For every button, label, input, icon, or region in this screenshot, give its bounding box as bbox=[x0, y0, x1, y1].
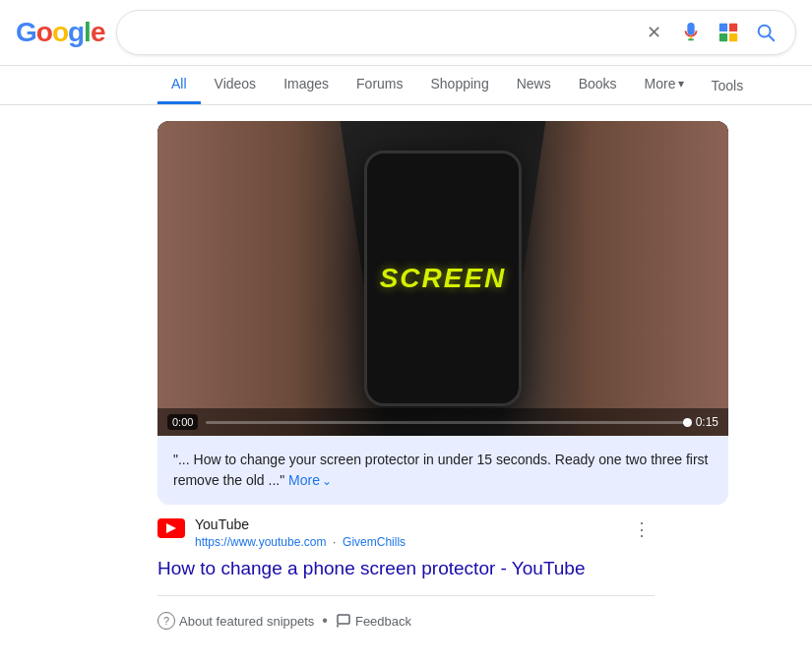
source-url-link[interactable]: https://www.youtube.com bbox=[195, 535, 326, 549]
yt-play-icon bbox=[166, 523, 176, 533]
about-snippets[interactable]: ? About featured snippets bbox=[157, 612, 314, 630]
time-end: 0:15 bbox=[696, 415, 718, 429]
transcript: "... How to change your screen protector… bbox=[157, 436, 728, 505]
more-label: More bbox=[645, 76, 676, 91]
svg-rect-4 bbox=[719, 33, 727, 41]
phone-device: SCREEN bbox=[364, 151, 522, 406]
tab-news[interactable]: News bbox=[503, 66, 565, 104]
source-name: YouTube bbox=[195, 516, 619, 532]
feedback-label: Feedback bbox=[355, 614, 411, 629]
more-link[interactable]: More ⌄ bbox=[288, 470, 332, 491]
nav-tabs: All Videos Images Forums Shopping News B… bbox=[0, 66, 812, 105]
time-start-badge: 0:00 bbox=[167, 414, 198, 430]
source-text: YouTube https://www.youtube.com · GivemC… bbox=[195, 516, 619, 550]
google-logo[interactable]: Google bbox=[16, 17, 104, 48]
video-card: SCREEN 0:00 0:15 "... How to change your… bbox=[157, 121, 728, 505]
tab-books[interactable]: Books bbox=[565, 66, 631, 104]
video-controls: 0:00 0:15 bbox=[157, 408, 728, 436]
tab-shopping[interactable]: Shopping bbox=[417, 66, 503, 104]
source-info: YouTube https://www.youtube.com · GivemC… bbox=[157, 505, 655, 554]
header: Google how to change screen protector on… bbox=[0, 0, 812, 66]
tab-forums[interactable]: Forums bbox=[343, 66, 416, 104]
search-input[interactable]: how to change screen protector on androi… bbox=[133, 24, 632, 41]
help-icon: ? bbox=[157, 612, 175, 630]
search-icons: ✕ bbox=[640, 19, 780, 46]
progress-bar[interactable] bbox=[206, 421, 687, 424]
search-icon bbox=[755, 22, 777, 43]
footer-bar: ? About featured snippets • Feedback bbox=[157, 600, 655, 641]
clear-icon: ✕ bbox=[647, 22, 661, 43]
tab-videos[interactable]: Videos bbox=[201, 66, 271, 104]
result-title-link[interactable]: How to change a phone screen protector -… bbox=[157, 554, 655, 591]
svg-line-7 bbox=[769, 35, 774, 40]
clear-button[interactable]: ✕ bbox=[640, 19, 667, 46]
svg-rect-3 bbox=[729, 24, 737, 31]
lens-button[interactable] bbox=[715, 19, 742, 46]
video-container[interactable]: SCREEN 0:00 0:15 bbox=[157, 121, 728, 436]
youtube-icon bbox=[157, 518, 185, 538]
separator: • bbox=[322, 612, 328, 630]
tab-all[interactable]: All bbox=[157, 66, 201, 104]
svg-rect-2 bbox=[719, 24, 727, 31]
chevron-down-icon: ⌄ bbox=[322, 472, 332, 490]
more-label: More bbox=[288, 470, 320, 491]
tab-images[interactable]: Images bbox=[270, 66, 343, 104]
lens-icon bbox=[718, 22, 739, 43]
section-divider bbox=[157, 595, 655, 596]
voice-search-button[interactable] bbox=[677, 19, 705, 46]
source-url: https://www.youtube.com · GivemChills bbox=[195, 535, 406, 549]
feedback-button[interactable]: Feedback bbox=[336, 613, 411, 629]
main-content: SCREEN 0:00 0:15 "... How to change your… bbox=[0, 105, 812, 657]
screen-label: SCREEN bbox=[380, 263, 507, 294]
video-background: SCREEN bbox=[157, 121, 728, 436]
chevron-down-icon: ▾ bbox=[678, 77, 684, 91]
flag-icon bbox=[336, 613, 351, 629]
tools-button[interactable]: Tools bbox=[698, 68, 758, 103]
transcript-text: "... How to change your screen protector… bbox=[173, 452, 708, 488]
kebab-menu-button[interactable]: ⋮ bbox=[629, 516, 655, 542]
tab-more[interactable]: More ▾ bbox=[631, 66, 698, 104]
progress-thumb bbox=[683, 418, 692, 427]
mic-icon bbox=[680, 22, 702, 43]
search-button[interactable] bbox=[752, 19, 780, 46]
svg-rect-8 bbox=[338, 615, 349, 624]
svg-rect-5 bbox=[729, 33, 737, 41]
source-channel[interactable]: GivemChills bbox=[343, 535, 406, 549]
about-snippets-label: About featured snippets bbox=[179, 614, 314, 629]
search-bar: how to change screen protector on androi… bbox=[116, 10, 796, 55]
